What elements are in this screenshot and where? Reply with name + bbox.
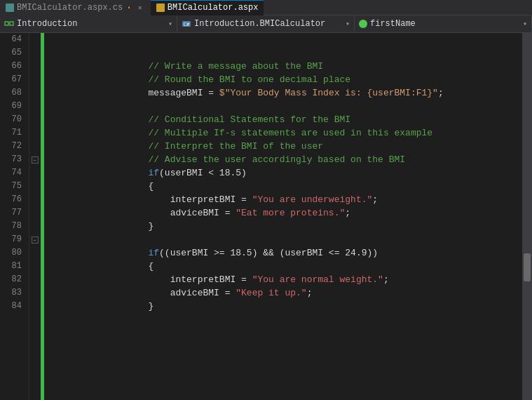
code-content[interactable]: // Write a message about the BMI // Roun…	[44, 33, 522, 400]
code-line-79: if((userBMI >= 18.5) && (userBMI <= 24.9…	[50, 233, 522, 246]
nav-section-1-label: Introduction	[17, 19, 77, 29]
class-icon: C#	[182, 19, 191, 29]
svg-rect-1	[10, 22, 13, 25]
tab-cs-dot: ·	[125, 2, 132, 13]
nav-bar: Introduction ▾ C# Introduction.BMICalcul…	[0, 15, 532, 33]
line-num-75: 75	[0, 180, 25, 193]
line-num-83: 83	[0, 286, 25, 300]
line-num-82: 82	[0, 273, 25, 286]
line-num-76: 76	[0, 193, 25, 206]
line-num-77: 77	[0, 206, 25, 220]
editor: 64 65 66 67 68 69 70 71 72 73 74 75 76 7…	[0, 33, 532, 400]
tab-cs-label: BMICalculator.aspx.cs	[17, 3, 123, 13]
cs-file-icon	[6, 4, 14, 12]
vertical-scrollbar[interactable]	[522, 33, 532, 400]
code-line-69: // Conditional Statements for the BMI	[50, 100, 522, 113]
nav-section-2[interactable]: C# Introduction.BMICalculator ▾	[177, 15, 355, 32]
member-icon	[359, 20, 367, 28]
line-num-66: 66	[0, 60, 25, 73]
nav-arrow-2: ▾	[346, 20, 350, 28]
code-line-64	[50, 33, 522, 46]
svg-text:C#: C#	[184, 22, 190, 27]
nav-arrow-1: ▾	[168, 20, 172, 28]
nav-arrow-3: ▾	[523, 20, 527, 28]
line-num-79: 79	[0, 233, 25, 246]
nav-section-3-label: firstName	[370, 19, 416, 29]
line-num-74: 74	[0, 166, 25, 180]
scrollbar-thumb[interactable]	[524, 253, 531, 281]
line-num-84: 84	[0, 300, 25, 313]
tab-cs-close[interactable]: ✕	[135, 3, 145, 13]
nav-section-2-label: Introduction.BMICalculator	[194, 19, 325, 29]
tab-aspx-label: BMICalculator.aspx	[168, 3, 259, 13]
line-num-80: 80	[0, 246, 25, 260]
tab-aspx[interactable]: BMICalculator.aspx	[151, 0, 264, 15]
line-num-65: 65	[0, 46, 25, 60]
line-num-81: 81	[0, 260, 25, 273]
line-num-67: 67	[0, 73, 25, 86]
svg-rect-0	[5, 22, 8, 25]
collapse-btn-79[interactable]: −	[32, 236, 39, 244]
line-num-68: 68	[0, 86, 25, 100]
nav-section-3[interactable]: firstName ▾	[355, 15, 532, 32]
nav-section-1[interactable]: Introduction ▾	[0, 15, 177, 32]
line-num-70: 70	[0, 113, 25, 126]
line-numbers-gutter: 64 65 66 67 68 69 70 71 72 73 74 75 76 7…	[0, 33, 29, 400]
title-bar: BMICalculator.aspx.cs · ✕ BMICalculator.…	[0, 0, 532, 15]
aspx-file-icon	[156, 4, 165, 12]
line-num-78: 78	[0, 220, 25, 233]
line-num-73: 73	[0, 153, 25, 166]
line-num-69: 69	[0, 100, 25, 113]
collapse-btn-73[interactable]: −	[32, 156, 39, 164]
collapse-gutter: − −	[29, 33, 41, 400]
line-num-71: 71	[0, 126, 25, 140]
line-num-72: 72	[0, 140, 25, 153]
line-num-64: 64	[0, 33, 25, 46]
namespace-icon	[4, 19, 14, 29]
tab-cs[interactable]: BMICalculator.aspx.cs · ✕	[0, 0, 151, 15]
code-line-65: // Write a message about the BMI	[50, 46, 522, 60]
